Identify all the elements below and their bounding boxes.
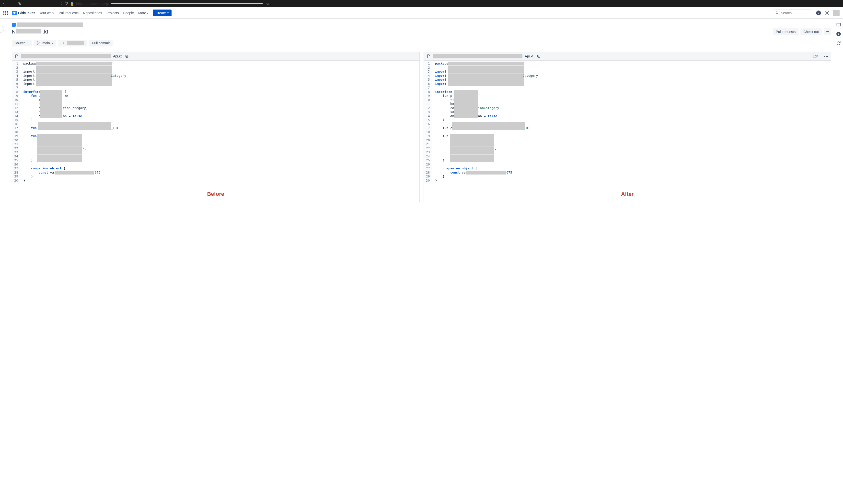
breadcrumb-redacted[interactable]	[17, 22, 83, 27]
nav-your-work[interactable]: Your work	[39, 11, 54, 15]
nav-people[interactable]: People	[123, 11, 134, 15]
more-icon[interactable]: •••	[824, 54, 828, 58]
svg-rect-0	[3, 11, 4, 12]
breadcrumb	[12, 22, 831, 27]
nav-more[interactable]: More ▾	[138, 11, 148, 15]
file-path-suffix: Api.kt	[525, 54, 533, 58]
commit-dropdown[interactable]	[58, 40, 87, 47]
nav-repositories[interactable]: Repositories	[83, 11, 102, 15]
copy-icon[interactable]	[125, 54, 129, 58]
help-icon[interactable]: ?	[816, 11, 821, 15]
create-button[interactable]: Create▾	[153, 10, 172, 16]
global-nav: Bitbucket Your work Pull requests Reposi…	[0, 7, 843, 19]
svg-point-17	[63, 42, 64, 43]
branch-dropdown[interactable]: main▾	[34, 40, 56, 47]
search-field[interactable]	[781, 11, 810, 15]
code-after: package import aimport aCategoryimport a…	[432, 60, 831, 183]
svg-point-16	[39, 42, 40, 43]
browser-chrome: ← → ↻ ⤴ ⛉ 🔒 https://bitbucket.org/ ☆	[0, 0, 843, 7]
settings-icon[interactable]	[824, 10, 830, 16]
extensions-icon[interactable]: ⤴	[61, 2, 63, 6]
bookmark-star-icon[interactable]: ☆	[266, 2, 270, 6]
line-gutter: 1234567891011121314151617181920212223242…	[424, 60, 432, 183]
svg-rect-8	[7, 14, 8, 15]
nav-projects[interactable]: Projects	[106, 11, 119, 15]
edit-button[interactable]: Edit	[812, 54, 818, 58]
file-path-redacted	[433, 54, 522, 58]
search-input[interactable]	[773, 10, 813, 16]
url-text[interactable]: https://bitbucket.org/	[76, 2, 109, 6]
caption-before: Before	[12, 183, 419, 202]
source-dropdown[interactable]: Source▾	[12, 40, 32, 47]
file-path-suffix: Api.kt	[113, 54, 122, 58]
caption-after: After	[424, 183, 831, 202]
line-gutter: 1234567891011121314151617181920212223242…	[12, 60, 20, 183]
repo-icon	[12, 23, 16, 26]
svg-point-15	[37, 44, 38, 44]
svg-rect-3	[3, 13, 4, 14]
copy-icon[interactable]	[537, 54, 540, 58]
svg-rect-1	[5, 11, 6, 12]
app-switcher-icon[interactable]	[3, 11, 8, 15]
pull-requests-button[interactable]: Pull requests	[773, 28, 798, 35]
url-bar[interactable]	[111, 3, 263, 4]
bitbucket-icon	[12, 11, 17, 15]
avatar[interactable]	[833, 10, 840, 16]
svg-rect-4	[5, 13, 6, 14]
lock-icon: 🔒	[70, 2, 74, 6]
svg-point-9	[776, 12, 778, 14]
svg-point-14	[37, 41, 38, 42]
page-title: Ni.kt	[12, 29, 48, 35]
svg-rect-5	[7, 13, 8, 14]
svg-rect-2	[7, 11, 8, 12]
code-before: package import aimport aCategoryimport a…	[20, 60, 419, 183]
file-icon	[427, 54, 431, 58]
more-actions-button[interactable]: •••	[824, 28, 831, 35]
diff-pane-before: Api.kt 123456789101112131415161718192021…	[12, 52, 420, 202]
svg-line-10	[778, 13, 778, 14]
file-icon	[15, 54, 19, 58]
svg-rect-7	[5, 14, 6, 15]
reload-icon[interactable]: ↻	[18, 1, 21, 6]
svg-point-11	[827, 12, 828, 14]
bitbucket-logo[interactable]: Bitbucket	[12, 11, 35, 15]
forward-icon[interactable]: →	[10, 1, 14, 6]
svg-rect-6	[3, 14, 4, 15]
back-icon[interactable]: ←	[2, 1, 6, 6]
diff-pane-after: Api.kt Edit ••• 123456789101112131415161…	[424, 52, 831, 202]
nav-pull-requests[interactable]: Pull requests	[59, 11, 79, 15]
full-commit-button[interactable]: Full commit	[89, 40, 113, 47]
check-out-button[interactable]: Check out	[801, 28, 822, 35]
file-path-redacted	[21, 54, 110, 58]
shield-icon: ⛉	[65, 2, 68, 6]
brand-text: Bitbucket	[18, 11, 35, 15]
search-icon	[775, 11, 779, 15]
nav-links: Your work Pull requests Repositories Pro…	[39, 11, 148, 15]
